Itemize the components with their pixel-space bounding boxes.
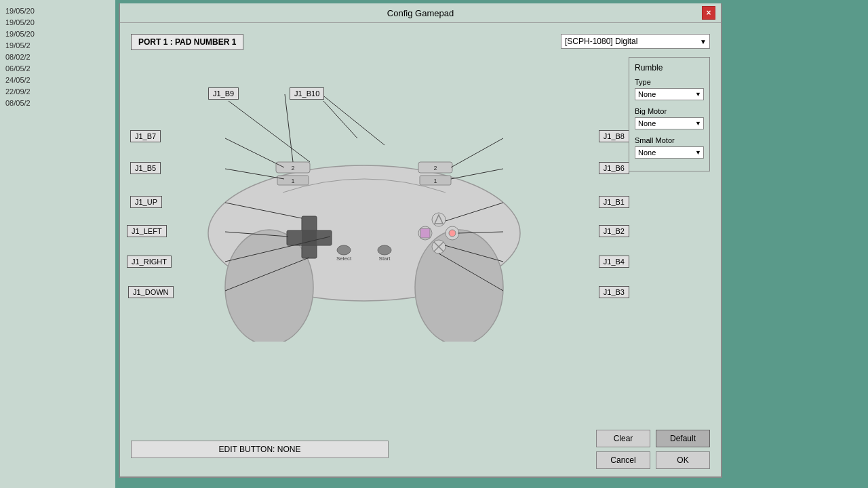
rumble-title: Rumble [635, 63, 704, 73]
small-motor-select[interactable]: None Constant SingleMotor DualMotor [635, 146, 704, 159]
j1-b3-label[interactable]: J1_B3 [599, 286, 629, 298]
top-action-row: Clear Default [596, 430, 710, 447]
rumble-type-select-wrapper[interactable]: None Constant SingleMotor DualMotor [635, 88, 704, 100]
list-item: 19/05/20 [3, 28, 113, 39]
svg-text:1: 1 [291, 178, 294, 184]
gamepad-diagram: 2 1 2 1 Select Start [127, 57, 601, 342]
j1-b4-label[interactable]: J1_B4 [599, 256, 629, 268]
controller-type-area: [SCPH-1080] Digital [SCPH-1110] Analog J… [561, 34, 710, 49]
rumble-type-select[interactable]: None Constant SingleMotor DualMotor [635, 88, 704, 100]
svg-line-30 [225, 169, 284, 179]
close-button[interactable]: × [702, 6, 715, 20]
rumble-panel: Rumble Type None Constant SingleMotor Du… [629, 57, 710, 171]
background-list: 19/05/20 19/05/20 19/05/20 19/05/2 08/02… [0, 0, 115, 488]
svg-line-43 [321, 94, 384, 145]
svg-text:2: 2 [433, 165, 437, 171]
title-bar: Config Gamepad × [120, 3, 721, 23]
svg-point-14 [337, 245, 351, 255]
svg-text:Start: Start [379, 256, 391, 262]
list-item: 22/09/2 [3, 86, 113, 97]
dialog-title: Config Gamepad [387, 8, 454, 18]
big-motor-select[interactable]: None Constant SingleMotor DualMotor [635, 117, 704, 129]
big-motor-section: Big Motor None Constant SingleMotor Dual… [635, 107, 704, 129]
list-item: 19/05/20 [3, 17, 113, 28]
list-item: 19/05/2 [3, 40, 113, 51]
rumble-type-section: Type None Constant SingleMotor DualMotor [635, 78, 704, 100]
edit-button-display: EDIT BUTTON: NONE [131, 441, 389, 458]
list-item: 19/05/20 [3, 5, 113, 16]
j1-up-label[interactable]: J1_UP [130, 196, 162, 208]
j1-b9-label[interactable]: J1_B9 [208, 87, 239, 100]
default-button[interactable]: Default [656, 430, 710, 447]
clear-button[interactable]: Clear [596, 430, 650, 447]
gamepad-diagram-area: 2 1 2 1 Select Start [127, 57, 633, 408]
svg-line-28 [323, 101, 357, 138]
bottom-area: EDIT BUTTON: NONE Clear Default Cancel O… [131, 430, 710, 469]
small-motor-section: Small Motor None Constant SingleMotor Du… [635, 136, 704, 159]
small-motor-label: Small Motor [635, 136, 704, 144]
j1-b2-label[interactable]: J1_B2 [599, 225, 629, 237]
j1-b5-label[interactable]: J1_B5 [130, 162, 161, 174]
port-label: PORT 1 : PAD NUMBER 1 [131, 34, 243, 50]
j1-b10-label[interactable]: J1_B10 [290, 87, 324, 100]
svg-text:Select: Select [336, 256, 352, 262]
j1-left-label[interactable]: J1_LEFT [127, 225, 167, 237]
svg-line-27 [229, 101, 310, 162]
svg-line-42 [285, 94, 293, 162]
svg-point-2 [415, 230, 503, 342]
j1-right-label[interactable]: J1_RIGHT [127, 256, 172, 268]
j1-b7-label[interactable]: J1_B7 [130, 130, 161, 142]
small-motor-select-wrapper[interactable]: None Constant SingleMotor DualMotor [635, 146, 704, 159]
big-motor-label: Big Motor [635, 107, 704, 115]
action-buttons-group: Clear Default Cancel OK [596, 430, 710, 469]
list-item: 24/05/2 [3, 75, 113, 85]
svg-rect-21 [420, 228, 430, 238]
big-motor-select-wrapper[interactable]: None Constant SingleMotor DualMotor [635, 117, 704, 129]
svg-line-29 [225, 138, 284, 167]
j1-b1-label[interactable]: J1_B1 [599, 196, 629, 208]
config-gamepad-dialog: Config Gamepad × PORT 1 : PAD NUMBER 1 [… [119, 3, 722, 478]
svg-line-36 [451, 169, 503, 179]
rumble-type-label: Type [635, 78, 704, 86]
dialog-content: PORT 1 : PAD NUMBER 1 [SCPH-1080] Digita… [120, 23, 721, 476]
svg-text:2: 2 [291, 165, 294, 171]
svg-point-15 [378, 245, 391, 255]
list-item: 08/05/2 [3, 98, 113, 108]
j1-b6-label[interactable]: J1_B6 [599, 162, 629, 174]
j1-down-label[interactable]: J1_DOWN [128, 286, 174, 298]
j1-b8-label[interactable]: J1_B8 [599, 130, 629, 142]
cancel-button[interactable]: Cancel [596, 451, 650, 469]
ok-button[interactable]: OK [656, 451, 710, 469]
list-item: 08/02/2 [3, 52, 113, 62]
bottom-action-row: Cancel OK [596, 451, 710, 469]
svg-line-35 [451, 138, 503, 167]
svg-text:1: 1 [433, 178, 437, 184]
controller-type-select[interactable]: [SCPH-1080] Digital [SCPH-1110] Analog J… [561, 34, 710, 49]
controller-type-select-wrapper[interactable]: [SCPH-1080] Digital [SCPH-1110] Analog J… [561, 34, 710, 49]
svg-point-23 [449, 230, 456, 237]
list-item: 06/05/2 [3, 63, 113, 74]
